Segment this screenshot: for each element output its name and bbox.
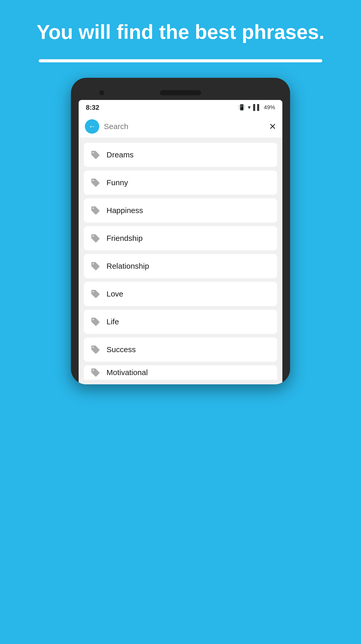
status-icons: 📳 ▾ ▌▌ 49%	[238, 104, 275, 111]
phone-top-bar	[79, 86, 282, 100]
list-item-label: Happiness	[106, 206, 143, 215]
list-item[interactable]: Life	[84, 310, 277, 334]
list-item-label: Life	[106, 317, 119, 326]
list-item[interactable]: Dreams	[84, 143, 277, 167]
list-item-label: Funny	[106, 178, 128, 187]
status-bar: 8:32 📳 ▾ ▌▌ 49%	[79, 100, 282, 115]
battery-percent: 49%	[264, 104, 275, 111]
tag-icon	[91, 206, 100, 215]
tag-icon	[91, 150, 100, 160]
search-input[interactable]	[104, 122, 264, 131]
list-item[interactable]: Funny	[84, 171, 277, 195]
tag-icon	[91, 368, 100, 377]
list-item-label: Motivational	[106, 368, 148, 377]
list-item[interactable]: Relationship	[84, 254, 277, 278]
list-item[interactable]: Happiness	[84, 198, 277, 223]
back-button[interactable]: ←	[85, 119, 99, 134]
tag-icon	[91, 178, 100, 188]
close-button[interactable]: ✕	[269, 121, 276, 132]
list-item[interactable]: Love	[84, 282, 277, 306]
list-item-label: Dreams	[106, 150, 134, 159]
phone-camera	[99, 90, 104, 95]
tag-icon	[91, 345, 100, 354]
wifi-icon: ▾	[248, 104, 251, 111]
list-item-label: Success	[106, 345, 136, 354]
search-bar-container: ← ✕	[79, 115, 282, 138]
category-list: Dreams Funny Happiness	[79, 138, 282, 384]
list-item-label: Relationship	[106, 262, 149, 270]
phone-frame: 8:32 📳 ▾ ▌▌ 49% ← ✕	[71, 78, 290, 384]
tag-icon	[91, 289, 100, 299]
list-item[interactable]: Success	[84, 337, 277, 362]
tag-icon	[91, 233, 100, 243]
signal-icon: ▌▌	[253, 104, 261, 111]
list-item-label: Love	[106, 290, 123, 298]
tag-icon	[91, 261, 100, 271]
phone-speaker	[160, 90, 201, 95]
list-item[interactable]: Friendship	[84, 226, 277, 250]
list-item-partial[interactable]: Motivational	[84, 365, 277, 380]
page-headline: You will find the best phrases.	[6, 0, 356, 59]
back-arrow-icon: ←	[88, 123, 96, 130]
tag-icon	[91, 317, 100, 327]
phone-screen: 8:32 📳 ▾ ▌▌ 49% ← ✕	[79, 100, 282, 384]
status-time: 8:32	[86, 104, 99, 112]
divider-line	[39, 59, 322, 62]
list-item-label: Friendship	[106, 234, 143, 243]
vibrate-icon: 📳	[238, 104, 245, 111]
